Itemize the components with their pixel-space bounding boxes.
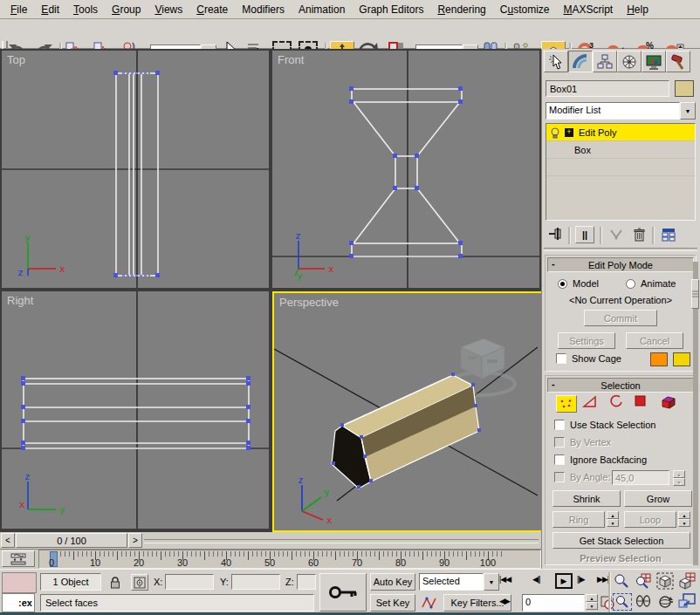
menu-edit[interactable]: Edit xyxy=(34,2,66,17)
settings-button[interactable]: Settings xyxy=(558,332,615,349)
menu-graph-editors[interactable]: Graph Editors xyxy=(352,2,430,17)
viewport-front[interactable]: Front z x y xyxy=(272,51,539,288)
viewport-label[interactable]: Right xyxy=(7,294,33,307)
by-angle-field[interactable]: 45,0 xyxy=(612,470,669,485)
menu-views[interactable]: Views xyxy=(148,2,189,17)
animate-radio[interactable] xyxy=(626,279,635,289)
zoom-all-button[interactable] xyxy=(635,572,654,590)
tab-utilities[interactable] xyxy=(666,51,690,72)
y-coordinate-field[interactable] xyxy=(231,574,280,590)
next-frame-button[interactable]: ||▶ xyxy=(577,575,585,584)
expand-plus-icon[interactable]: + xyxy=(565,128,573,137)
vertex-sub-object-button[interactable] xyxy=(556,395,577,413)
time-slider-next-button[interactable]: > xyxy=(128,533,142,548)
remove-modifier-button[interactable] xyxy=(629,226,649,243)
by-vertex-checkbox[interactable] xyxy=(554,437,565,448)
tab-display[interactable] xyxy=(642,51,666,72)
stack-row-box[interactable]: Box xyxy=(546,141,695,159)
go-to-end-button[interactable]: ▶▶| xyxy=(597,575,608,584)
region-zoom-button[interactable] xyxy=(613,593,632,611)
model-radio-row[interactable]: Model xyxy=(558,278,599,289)
time-slider-track[interactable] xyxy=(144,539,539,543)
menu-file[interactable]: File xyxy=(3,2,34,17)
menu-tools[interactable]: Tools xyxy=(66,2,105,17)
element-sub-object-button[interactable] xyxy=(661,395,682,413)
show-cage-checkbox[interactable] xyxy=(556,353,566,364)
pan-view-button[interactable] xyxy=(635,593,654,611)
lightbulb-icon[interactable] xyxy=(549,126,561,139)
selection-rollout-header[interactable]: - Selection xyxy=(547,378,694,393)
viewport-label[interactable]: Top xyxy=(7,53,25,66)
get-stack-selection-button[interactable]: Get Stack Selection xyxy=(552,532,690,549)
animate-radio-row[interactable]: Animate xyxy=(626,278,676,289)
polygon-sub-object-button[interactable] xyxy=(635,395,655,413)
viewport-label[interactable]: Front xyxy=(278,53,304,66)
key-mode-toggle-button[interactable]: ◀▶ xyxy=(499,597,510,605)
viewport-label[interactable]: Perspective xyxy=(279,296,339,309)
pin-stack-button[interactable] xyxy=(547,226,565,243)
ignore-backfacing-checkbox[interactable] xyxy=(554,454,565,465)
auto-key-button[interactable]: Auto Key xyxy=(370,573,415,591)
loop-spinner[interactable]: ▲ ▼ xyxy=(678,511,690,527)
use-stack-selection-row[interactable]: Use Stack Selection xyxy=(554,420,655,430)
selection-lock-toggle[interactable] xyxy=(106,574,124,591)
border-sub-object-button[interactable] xyxy=(608,395,629,413)
show-end-result-toggle[interactable]: || xyxy=(575,226,594,243)
tab-modify[interactable] xyxy=(568,51,593,72)
menu-animation[interactable]: Animation xyxy=(292,2,352,17)
z-coordinate-field[interactable] xyxy=(297,574,316,590)
menu-customize[interactable]: Customize xyxy=(493,2,557,17)
tab-motion[interactable] xyxy=(617,51,642,72)
maximize-viewport-toggle-button[interactable] xyxy=(678,593,697,611)
menu-rendering[interactable]: Rendering xyxy=(430,2,492,17)
by-angle-checkbox[interactable] xyxy=(554,472,565,482)
tab-hierarchy[interactable] xyxy=(593,51,617,72)
ring-button[interactable]: Ring xyxy=(552,511,605,528)
combo-arrow-icon[interactable]: ▼ xyxy=(484,573,499,591)
object-name-field[interactable]: Box01 xyxy=(546,80,669,97)
object-color-swatch[interactable] xyxy=(675,80,694,97)
viewport-top[interactable]: Top y x z xyxy=(2,51,269,288)
ring-spinner[interactable]: ▲ ▼ xyxy=(607,511,619,527)
modifier-list-combo[interactable]: Modifier List ▼ xyxy=(546,102,696,120)
model-radio[interactable] xyxy=(558,279,567,289)
combo-arrow-icon[interactable]: ▼ xyxy=(680,102,696,120)
time-slider-value-button[interactable]: 0 / 100 xyxy=(16,533,127,548)
maxscript-mini-listener-text[interactable]: :ex xyxy=(2,593,35,612)
shrink-button[interactable]: Shrink xyxy=(552,490,621,507)
key-filter-mode-combo[interactable]: Selected ▼ xyxy=(419,573,499,591)
maxscript-mini-listener-pink[interactable] xyxy=(2,572,37,593)
cage-selected-color-swatch[interactable] xyxy=(673,352,690,366)
menu-create[interactable]: Create xyxy=(189,2,235,17)
edge-sub-object-button[interactable] xyxy=(582,395,603,413)
zoom-button[interactable] xyxy=(613,572,632,590)
menu-help[interactable]: Help xyxy=(620,2,655,17)
ignore-backfacing-row[interactable]: Ignore Backfacing xyxy=(554,454,647,465)
commit-button[interactable]: Commit xyxy=(584,310,657,326)
cancel-button[interactable]: Cancel xyxy=(626,332,683,349)
cage-color-swatch[interactable] xyxy=(650,352,668,366)
zoom-extents-all-button[interactable] xyxy=(678,572,697,590)
time-slider-prev-button[interactable]: < xyxy=(1,533,15,548)
open-mini-curve-editor-button[interactable] xyxy=(2,550,35,567)
frame-spinner[interactable]: ▲ ▼ xyxy=(586,594,598,610)
menu-group[interactable]: Group xyxy=(105,2,148,17)
current-frame-value[interactable]: 0 xyxy=(522,594,585,612)
set-keys-button[interactable] xyxy=(319,573,367,612)
viewport-right[interactable]: Right z y x xyxy=(2,291,269,529)
stack-row-edit-poly[interactable]: + Edit Poly xyxy=(546,124,695,141)
set-key-button[interactable]: Set Key xyxy=(370,594,415,612)
x-coordinate-field[interactable] xyxy=(165,574,214,590)
loop-button[interactable]: Loop xyxy=(624,511,676,528)
edit-poly-mode-rollout-header[interactable]: - Edit Poly Mode xyxy=(547,257,694,272)
scrollbar-thumb[interactable] xyxy=(691,279,699,309)
menu-modifiers[interactable]: Modifiers xyxy=(235,2,292,17)
by-angle-spinner[interactable]: ▲ ▼ xyxy=(673,470,685,486)
zoom-extents-button[interactable] xyxy=(656,572,676,590)
current-frame-field[interactable]: 0 xyxy=(522,594,585,612)
menu-maxscript[interactable]: MAXScript xyxy=(557,2,621,17)
go-to-start-button[interactable]: |◀◀ xyxy=(499,575,511,584)
use-stack-selection-checkbox[interactable] xyxy=(554,420,565,430)
play-button[interactable]: ▶ xyxy=(555,573,573,589)
tab-create[interactable] xyxy=(544,51,568,72)
